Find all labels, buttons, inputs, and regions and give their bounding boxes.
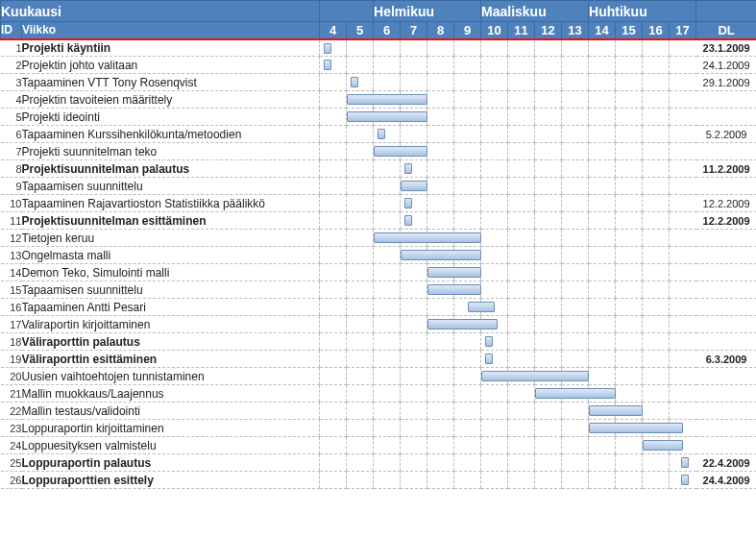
task-deadline xyxy=(696,264,756,281)
header-week-5: 5 xyxy=(347,22,374,39)
header-week-10: 10 xyxy=(481,22,508,39)
task-id: 15 xyxy=(1,281,22,299)
task-deadline xyxy=(696,385,756,403)
task-row: 15Tapaamisen suunnittelu xyxy=(1,281,757,299)
task-name: Ongelmasta malli xyxy=(22,247,320,264)
task-id: 12 xyxy=(1,230,22,247)
task-deadline: 24.1.2009 xyxy=(696,57,756,74)
header-row-months: KuukausiHelmikuuMaaliskuuHuhtikuu xyxy=(1,1,757,22)
task-deadline: 22.4.2009 xyxy=(696,454,756,472)
header-month-helmikuu: Helmikuu xyxy=(374,1,481,22)
task-row: 7Projekti suunnitelman teko xyxy=(1,143,757,160)
header-week-15: 15 xyxy=(616,22,643,39)
task-row: 24Loppuesityksen valmistelu xyxy=(1,437,757,454)
task-row: 21Mallin muokkaus/Laajennus xyxy=(1,385,757,403)
task-row: 12Tietojen keruu xyxy=(1,230,757,247)
task-name: Projektisuunnitelman palautus xyxy=(22,160,320,178)
gantt-bar xyxy=(324,60,331,70)
task-name: Projektisuunnitelman esittäminen xyxy=(22,212,320,230)
task-id: 1 xyxy=(1,39,22,57)
task-deadline xyxy=(696,403,756,420)
header-week-12: 12 xyxy=(535,22,562,39)
gantt-bar xyxy=(681,457,689,468)
task-deadline xyxy=(696,143,756,160)
gantt-bar xyxy=(404,163,412,174)
task-deadline: 24.4.2009 xyxy=(696,472,756,489)
gantt-bar xyxy=(324,43,331,54)
gantt-table: KuukausiHelmikuuMaaliskuuHuhtikuu IDViik… xyxy=(0,0,756,489)
task-row: 26Loppuraporttien esittely24.4.2009 xyxy=(1,472,757,489)
task-deadline xyxy=(696,420,756,437)
header-week-14: 14 xyxy=(589,22,616,39)
task-name: Projekti käyntiin xyxy=(22,39,320,57)
gantt-bar xyxy=(404,198,412,208)
gantt-bar xyxy=(485,354,493,364)
task-id: 13 xyxy=(1,247,22,264)
task-row: 14Demon Teko, Simulointi malli xyxy=(1,264,757,281)
task-deadline: 5.2.2009 xyxy=(696,126,756,143)
task-id: 10 xyxy=(1,195,22,212)
task-id: 24 xyxy=(1,437,22,454)
task-row: 1Projekti käyntiin23.1.2009 xyxy=(1,39,757,57)
task-name: Projektin tavoiteien määrittely xyxy=(22,91,320,109)
task-deadline xyxy=(696,109,756,126)
task-name: Valiraportin kirjoittaminen xyxy=(22,316,320,333)
task-name: Projekti suunnitelman teko xyxy=(22,143,320,160)
task-row: 18Väliraporttin palautus xyxy=(1,333,757,351)
header-kuukausi: Kuukausi xyxy=(1,1,320,22)
task-row: 23Loppuraportin kirjoittaminen xyxy=(1,420,757,437)
task-deadline xyxy=(696,299,756,316)
task-id: 16 xyxy=(1,299,22,316)
task-deadline: 6.3.2009 xyxy=(696,351,756,368)
task-id: 18 xyxy=(1,333,22,351)
task-deadline xyxy=(696,230,756,247)
task-deadline xyxy=(696,316,756,333)
gantt-bar xyxy=(378,129,385,139)
task-name: Loppuraportin palautus xyxy=(22,454,320,472)
task-deadline xyxy=(696,281,756,299)
gantt-bar xyxy=(485,336,493,347)
task-row: 6Tapaaminen Kurssihenkilökunta/metoodien… xyxy=(1,126,757,143)
task-row: 13Ongelmasta malli xyxy=(1,247,757,264)
task-deadline xyxy=(696,333,756,351)
header-month-maaliskuu: Maaliskuu xyxy=(481,1,589,22)
header-week-8: 8 xyxy=(427,22,454,39)
task-row: 25Loppuraportin palautus22.4.2009 xyxy=(1,454,757,472)
task-name: Loppuesityksen valmistelu xyxy=(22,437,320,454)
header-id: ID xyxy=(1,22,22,39)
gantt-bar xyxy=(351,77,358,87)
task-id: 4 xyxy=(1,91,22,109)
task-deadline xyxy=(696,178,756,195)
task-name: Mallin testaus/validointi xyxy=(22,403,320,420)
header-week-16: 16 xyxy=(643,22,670,39)
task-row: 2Projektin johto valitaan24.1.2009 xyxy=(1,57,757,74)
task-name: Loppuraportin kirjoittaminen xyxy=(22,420,320,437)
task-deadline xyxy=(696,368,756,385)
header-month-huhtikuu: Huhtikuu xyxy=(589,1,696,22)
header-week-4: 4 xyxy=(320,22,347,39)
task-id: 17 xyxy=(1,316,22,333)
task-id: 25 xyxy=(1,454,22,472)
gantt-body: 1Projekti käyntiin23.1.20092Projektin jo… xyxy=(1,39,757,489)
header-week-11: 11 xyxy=(508,22,535,39)
task-row: 11Projektisuunnitelman esittäminen12.2.2… xyxy=(1,212,757,230)
task-name: Mallin muokkaus/Laajennus xyxy=(22,385,320,403)
header-viikko: Viikko xyxy=(22,22,320,39)
task-id: 20 xyxy=(1,368,22,385)
task-id: 8 xyxy=(1,160,22,178)
task-deadline: 12.2.2009 xyxy=(696,212,756,230)
task-name: Väliraporttin esittäminen xyxy=(22,351,320,368)
task-name: Demon Teko, Simulointi malli xyxy=(22,264,320,281)
task-row: 16Tapaaminen Antti Pesari xyxy=(1,299,757,316)
header-week-7: 7 xyxy=(401,22,427,39)
task-row: 10Tapaaminen Rajavartioston Statistiikka… xyxy=(1,195,757,212)
task-row: 4Projektin tavoiteien määrittely xyxy=(1,91,757,109)
task-id: 3 xyxy=(1,74,22,91)
task-name: Tapaaminen Antti Pesari xyxy=(22,299,320,316)
task-row: 22Mallin testaus/validointi xyxy=(1,403,757,420)
task-id: 21 xyxy=(1,385,22,403)
task-name: Projekti ideointi xyxy=(22,109,320,126)
task-id: 6 xyxy=(1,126,22,143)
task-deadline: 11.2.2009 xyxy=(696,160,756,178)
task-id: 2 xyxy=(1,57,22,74)
